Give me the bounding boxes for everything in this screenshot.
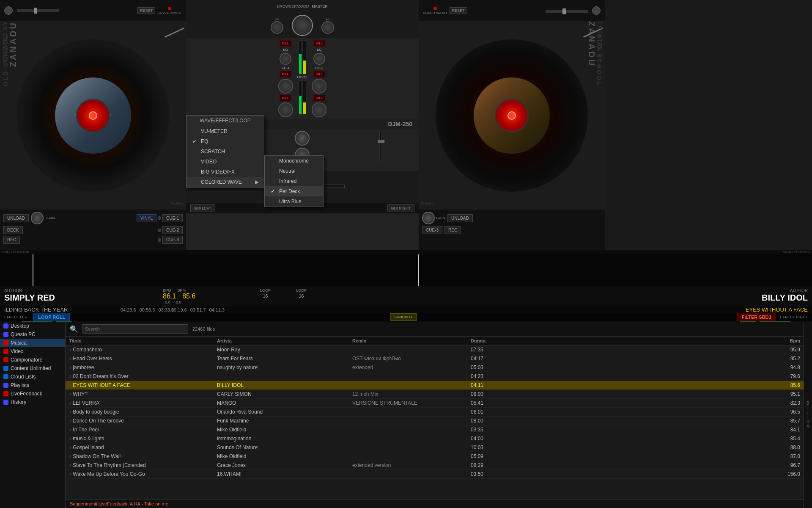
table-row[interactable]: ♪ Slave To The Rhythm (ExtendedGrace Jon… [66, 461, 804, 470]
deck-left-pitch-slider[interactable] [17, 9, 59, 12]
mid-left-knob[interactable] [278, 79, 293, 94]
kill-right-mid-btn[interactable]: KILL [313, 71, 325, 77]
master-knob[interactable] [292, 15, 313, 36]
table-row[interactable]: ♪ In The PoolMike Oldfield03:3584.1 [66, 425, 804, 434]
sidebar-item-history[interactable]: History [0, 398, 65, 406]
sidebar-icon-8 [3, 391, 8, 396]
eq-left-hi-knob[interactable] [280, 53, 291, 65]
file-table-scroll[interactable]: ♪ ComancheroMoon Ray07:3595.9♪ Head Over… [66, 345, 804, 499]
eq-right-hi-knob[interactable] [313, 53, 325, 65]
menu-vu-meter[interactable]: VU-METER [187, 126, 264, 136]
deck-right: COVER IN/OUT RESET BILLY IDOLGREATEST HI… [419, 0, 605, 250]
hi-left-knob[interactable] [271, 21, 283, 34]
mixer-section: BROWSER/ZOOM MASTER HI HI [186, 0, 419, 250]
deck-left-cue3-btn[interactable]: CUE-3 [162, 236, 183, 244]
ch2-fader[interactable] [379, 131, 382, 169]
deck-right-reset-button[interactable]: RESET [450, 7, 467, 14]
deck-left-cue1-btn[interactable]: CUE-1 [162, 214, 183, 222]
kill-left-mid-btn[interactable]: KILL [280, 71, 291, 77]
sidebar-item-cloudlists[interactable]: Cloud Lists [0, 373, 65, 381]
submenu-infrared[interactable]: Infrared [265, 176, 323, 186]
deck-left-unload-btn[interactable]: UNLOAD [3, 214, 29, 222]
submenu-neutral[interactable]: Neutral [265, 166, 323, 176]
scroll-marker-B[interactable]: B [807, 401, 809, 406]
deck-left-cue2-btn[interactable]: CUE-2 [162, 226, 183, 234]
sandbox-btn[interactable]: SANDBOX [390, 313, 417, 321]
loop-roll-btn[interactable]: LOOP ROLL [33, 313, 70, 321]
table-row[interactable]: ♪ LEI VERRA'MANGOVERSIONE STRUMENTALE05:… [66, 399, 804, 408]
filter-sbdj-btn[interactable]: FILTER SBDJ [737, 313, 776, 321]
deck-right-unload-btn[interactable]: UNLOAD [447, 214, 473, 222]
deck-right-turntable[interactable]: BILLY IDOLGREATEST HITS [436, 39, 588, 192]
submenu-monochrome[interactable]: Monochrome [265, 156, 323, 166]
menu-big-video[interactable]: BIG VIDEO/FX [187, 167, 264, 177]
table-row[interactable]: ♪ Wake Me Up Before You Go-Go16.WHAM!03:… [66, 470, 804, 479]
scroll-marker-A[interactable]: A [807, 424, 809, 429]
deck-right-pitch-slider[interactable] [546, 10, 588, 13]
bpm-right-value: 85.6 [182, 293, 195, 300]
deck-left-gain-knob[interactable] [31, 212, 44, 224]
deck-right-cue3-btn[interactable]: CUE-3 [422, 226, 442, 234]
table-row[interactable]: ♪ EYES WITHOUT A FACEBILLY IDOL04:1185.6 [66, 381, 804, 390]
deck-right-rec-btn[interactable]: REC [444, 226, 461, 234]
infrared-label: Infrared [279, 178, 296, 184]
deck-left-reset-button[interactable]: RESET [137, 7, 155, 14]
col-artist[interactable]: Artista [214, 337, 349, 345]
deck-right-gain-knob[interactable] [422, 212, 435, 224]
sidebar-item-livefeedback[interactable]: LiveFeedback [0, 389, 65, 398]
sidebar-icon-6 [3, 374, 8, 379]
song-pos-right-label: SONG POSITION [406, 250, 812, 254]
col-duration[interactable]: Durata [467, 337, 510, 345]
scroll-marker-I[interactable]: I [807, 406, 809, 410]
gui-right-btn[interactable]: GUI RIGHT [387, 204, 415, 212]
scroll-marker-L[interactable]: L [807, 410, 809, 415]
scroll-marker-R[interactable]: R [807, 420, 809, 424]
table-row[interactable]: ♪ Body to body boogieOrlando Riva Sound0… [66, 408, 804, 417]
menu-colored-wave[interactable]: COLORED WAVE ▶ [187, 177, 264, 187]
sidebar-item-video[interactable]: Video [0, 347, 65, 356]
col-remix[interactable]: Remix [349, 337, 467, 345]
mid-right-knob[interactable] [312, 79, 326, 94]
menu-eq[interactable]: ✓ EQ [187, 136, 264, 146]
gui-left-btn[interactable]: GUI LEFT [190, 204, 215, 212]
sidebar-item-playlists[interactable]: Playlists [0, 381, 65, 389]
deck-left-deck-btn[interactable]: DECK [3, 226, 23, 234]
table-row[interactable]: ♪ WHY?CARLY SIMON12 Inch Mix08:0095.1 [66, 390, 804, 399]
menu-scratch[interactable]: SCRATCH [187, 146, 264, 157]
table-row[interactable]: ♪ music & lightsimmmagination04:0085.4 [66, 434, 804, 443]
col-bpm[interactable]: Bpm [510, 337, 804, 345]
gain-left-knob[interactable] [295, 131, 310, 146]
cell-remix-6: VERSIONE STRUMENTALE [349, 399, 467, 408]
col-title[interactable]: Titolo [66, 337, 214, 345]
sidebar-item-musica[interactable]: Musica [0, 339, 65, 347]
effect-loop-row: EFFECT LEFT LOOP ROLL SANDBOX FILTER SBD… [0, 313, 812, 321]
table-row[interactable]: ♪ ComancheroMoon Ray07:3595.9 [66, 345, 804, 354]
table-row[interactable]: ♪ Head Over HeelsTears For FearsOST Фюэш… [66, 354, 804, 363]
submenu-ultra-blue[interactable]: Ultra Blue [265, 196, 323, 207]
deck-left-small-knob[interactable] [4, 6, 13, 15]
hi-right-knob[interactable] [321, 21, 334, 34]
sidebar-item-campionatore[interactable]: Campionatore [0, 356, 65, 364]
table-row[interactable]: ♪ Dance On The GrooveFunk Machine08:0085… [66, 417, 804, 425]
kill-right-hi-btn[interactable]: KILL [313, 40, 325, 47]
low-left-knob[interactable] [278, 102, 293, 117]
kill-left-hi-btn[interactable]: KILL [280, 40, 291, 47]
deck-right-small-knob[interactable] [592, 6, 601, 15]
kill-left-low-btn[interactable]: KILL [280, 95, 291, 101]
sidebar-item-desktop[interactable]: Desktop [0, 322, 65, 330]
table-row[interactable]: ♪ 02 Don't Dream It's Over04:2379.6 [66, 372, 804, 381]
scroll-marker-I[interactable]: I [807, 415, 809, 420]
kill-right-low-btn[interactable]: KILL [313, 95, 325, 101]
menu-video[interactable]: VIDEO [187, 157, 264, 167]
low-right-knob[interactable] [312, 102, 326, 117]
deck-left-vinyl-btn[interactable]: VINYL [137, 214, 156, 222]
deck-left-rec-btn[interactable]: REC [3, 236, 20, 244]
sidebar-item-contentunlimited[interactable]: Content Unlimited [0, 364, 65, 373]
table-row[interactable]: ♪ jamboreenaughty by natureextended05:03… [66, 363, 804, 372]
deck-left-turntable[interactable]: SIMPLY REDTHE VERY BEST OFSIMPLY RED [17, 39, 169, 192]
table-row[interactable]: ♪ Shadow On The WallMike Oldfield05:0987… [66, 452, 804, 461]
table-row[interactable]: ♪ Gospel IslandSounds Of Nature10:0388.0 [66, 443, 804, 452]
search-input[interactable] [82, 324, 188, 334]
sidebar-item-questopc[interactable]: Questo PC [0, 330, 65, 339]
submenu-per-deck[interactable]: ✓ Per Deck [265, 186, 323, 196]
